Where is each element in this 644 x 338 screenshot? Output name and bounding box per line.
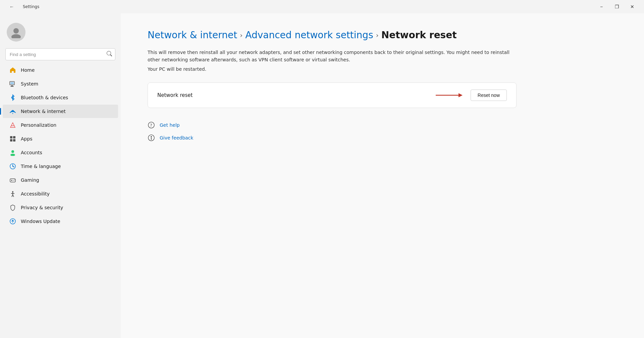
svg-rect-13: [13, 139, 15, 142]
page-description: This will remove then reinstall all your…: [148, 49, 517, 64]
minimize-button[interactable]: −: [594, 1, 609, 12]
user-avatar-icon: [10, 26, 22, 38]
svg-point-36: [151, 136, 152, 137]
svg-rect-12: [10, 139, 12, 142]
apps-icon: [9, 135, 16, 142]
help-link-give-feedback[interactable]: Give feedback: [148, 134, 617, 142]
time-icon: [9, 163, 16, 170]
network-icon: [9, 108, 16, 115]
svg-point-24: [12, 191, 13, 192]
home-icon: [9, 67, 16, 73]
sidebar-item-update[interactable]: Windows Update: [3, 215, 118, 228]
svg-point-14: [11, 150, 14, 153]
reset-now-button[interactable]: Reset now: [471, 90, 507, 101]
breadcrumb-separator: ›: [240, 31, 243, 39]
sidebar-item-accounts[interactable]: Accounts: [3, 146, 118, 159]
search-box: [5, 48, 115, 60]
help-link-label: Get help: [160, 122, 180, 128]
gaming-icon: [9, 177, 16, 183]
svg-rect-19: [10, 179, 15, 182]
search-input[interactable]: [5, 48, 115, 60]
sidebar-item-time[interactable]: Time & language: [3, 160, 118, 173]
nav-list: Home System Bluetooth & devices Network …: [0, 63, 121, 228]
update-icon: [9, 218, 16, 225]
network-reset-card: Network reset Reset now: [148, 82, 517, 108]
help-link-label: Give feedback: [160, 135, 193, 140]
privacy-icon: [9, 204, 16, 211]
breadcrumb-item-2: Network reset: [381, 30, 457, 41]
sidebar-item-label: Network & internet: [21, 109, 66, 114]
svg-point-15: [10, 154, 15, 156]
sidebar-item-network[interactable]: Network & internet: [3, 105, 118, 118]
svg-rect-4: [10, 86, 14, 87]
close-button[interactable]: ✕: [625, 1, 640, 12]
sidebar: Home System Bluetooth & devices Network …: [0, 13, 121, 338]
help-link-get-help[interactable]: ? Get help: [148, 121, 617, 129]
svg-rect-5: [10, 82, 14, 84]
sidebar-item-label: Windows Update: [21, 219, 60, 224]
arrow-icon: [436, 91, 463, 99]
sidebar-item-apps[interactable]: Apps: [3, 132, 118, 146]
sidebar-item-personalization[interactable]: Personalization: [3, 118, 118, 132]
svg-point-1: [11, 34, 21, 38]
sidebar-item-label: Apps: [21, 136, 33, 142]
breadcrumb-separator: ›: [376, 31, 379, 39]
sidebar-item-label: System: [21, 81, 38, 87]
titlebar: ← Settings − ❐ ✕: [0, 0, 644, 13]
accessibility-icon: [9, 190, 16, 197]
sidebar-item-label: Home: [21, 67, 35, 73]
breadcrumb-item-1[interactable]: Advanced network settings: [245, 30, 373, 41]
back-button[interactable]: ←: [4, 1, 19, 12]
svg-point-0: [13, 28, 19, 34]
maximize-button[interactable]: ❐: [609, 1, 625, 12]
svg-point-8: [12, 113, 13, 114]
app-title: Settings: [23, 4, 39, 9]
arrow-indicator: [436, 91, 463, 99]
svg-rect-11: [13, 136, 15, 138]
window-controls: − ❐ ✕: [594, 1, 640, 12]
back-icon: ←: [9, 4, 14, 9]
page-note: Your PC will be restarted.: [148, 66, 617, 72]
sidebar-item-home[interactable]: Home: [3, 63, 118, 77]
app-container: Home System Bluetooth & devices Network …: [0, 13, 644, 338]
svg-point-23: [14, 180, 15, 180]
user-section: [0, 17, 121, 48]
sidebar-item-label: Accessibility: [21, 191, 50, 196]
breadcrumb-item-0[interactable]: Network & internet: [148, 30, 237, 41]
svg-line-18: [13, 166, 14, 167]
sidebar-item-accessibility[interactable]: Accessibility: [3, 187, 118, 201]
svg-line-28: [13, 195, 14, 197]
svg-point-22: [13, 180, 14, 181]
main-content: Network & internet›Advanced network sett…: [121, 13, 644, 338]
feedback-icon: [148, 134, 155, 142]
sidebar-item-privacy[interactable]: Privacy & security: [3, 201, 118, 214]
sidebar-item-label: Privacy & security: [21, 205, 63, 210]
sidebar-item-label: Accounts: [21, 150, 42, 155]
sidebar-item-label: Time & language: [21, 164, 61, 169]
sidebar-item-label: Gaming: [21, 177, 39, 183]
sidebar-item-bluetooth[interactable]: Bluetooth & devices: [3, 91, 118, 104]
sidebar-item-label: Bluetooth & devices: [21, 95, 68, 100]
help-links: ? Get help Give feedback: [148, 121, 617, 142]
help-icon: ?: [148, 121, 155, 129]
breadcrumb: Network & internet›Advanced network sett…: [148, 30, 617, 41]
svg-rect-3: [11, 86, 13, 86]
svg-marker-32: [459, 93, 463, 97]
avatar: [7, 23, 25, 42]
bluetooth-icon: [9, 94, 16, 101]
sidebar-item-label: Personalization: [21, 122, 56, 128]
accounts-icon: [9, 149, 16, 156]
system-icon: [9, 80, 16, 87]
svg-rect-10: [10, 136, 12, 138]
svg-text:?: ?: [150, 123, 152, 128]
sidebar-item-system[interactable]: System: [3, 77, 118, 91]
personalization-icon: [9, 122, 16, 128]
reset-card-label: Network reset: [157, 92, 436, 98]
sidebar-item-gaming[interactable]: Gaming: [3, 173, 118, 187]
